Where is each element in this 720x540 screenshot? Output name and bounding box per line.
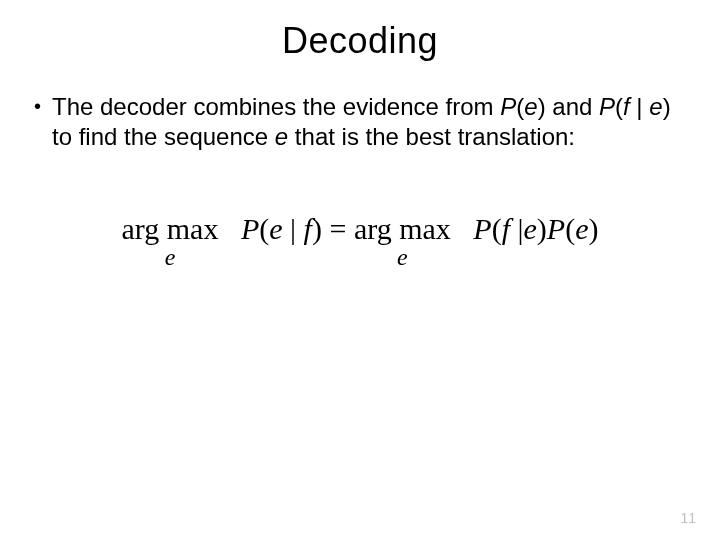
argmax-op-right: arg max: [354, 212, 451, 246]
P-left: P: [241, 212, 259, 245]
f-left: f: [304, 212, 312, 245]
open-left: (: [259, 212, 269, 245]
P-mid: P: [473, 212, 491, 245]
e-mid: e: [523, 212, 536, 245]
f-mid: f: [502, 212, 510, 245]
pe-e: e: [524, 93, 537, 120]
argmax-op-left: arg max: [122, 212, 219, 246]
bullet-item: • The decoder combines the evidence from…: [32, 92, 688, 152]
P-right: P: [547, 212, 565, 245]
pfe-e: e: [649, 93, 662, 120]
equals: =: [329, 212, 353, 245]
e-right: e: [575, 212, 588, 245]
pfe-P: P: [599, 93, 615, 120]
page-number: 11: [680, 510, 696, 526]
bullet-dot-icon: •: [32, 92, 52, 120]
bar-left: |: [283, 212, 304, 245]
pfe-open: (: [615, 93, 623, 120]
pe-close: ): [538, 93, 546, 120]
pfe-bar: |: [630, 93, 650, 120]
e-left: e: [269, 212, 282, 245]
slide-body: • The decoder combines the evidence from…: [0, 72, 720, 246]
pfe-close: ): [663, 93, 671, 120]
bullet-text: The decoder combines the evidence from P…: [52, 92, 688, 152]
bullet-post: that is the best translation:: [288, 123, 575, 150]
close-mid: ): [537, 212, 547, 245]
argmax-right: arg max e: [354, 212, 451, 246]
slide: Decoding • The decoder combines the evid…: [0, 0, 720, 540]
bullet-pre: The decoder combines the evidence from: [52, 93, 500, 120]
seq-e: e: [275, 123, 288, 150]
open-mid: (: [492, 212, 502, 245]
argmax-sub-right: e: [354, 244, 451, 271]
pe-P: P: [500, 93, 516, 120]
pfe-f: f: [623, 93, 630, 120]
argmax-left: arg max e: [122, 212, 219, 246]
slide-title: Decoding: [0, 0, 720, 72]
open-right: (: [565, 212, 575, 245]
argmax-sub-left: e: [122, 244, 219, 271]
bullet-and: and: [546, 93, 599, 120]
formula-block: arg max e P(e | f) = arg max e P(f |e)P(…: [32, 212, 688, 246]
close-left: ): [312, 212, 322, 245]
bar-mid: |: [510, 212, 524, 245]
close-right: ): [588, 212, 598, 245]
bullet-mid: to find the sequence: [52, 123, 275, 150]
formula: arg max e P(e | f) = arg max e P(f |e)P(…: [122, 212, 599, 246]
